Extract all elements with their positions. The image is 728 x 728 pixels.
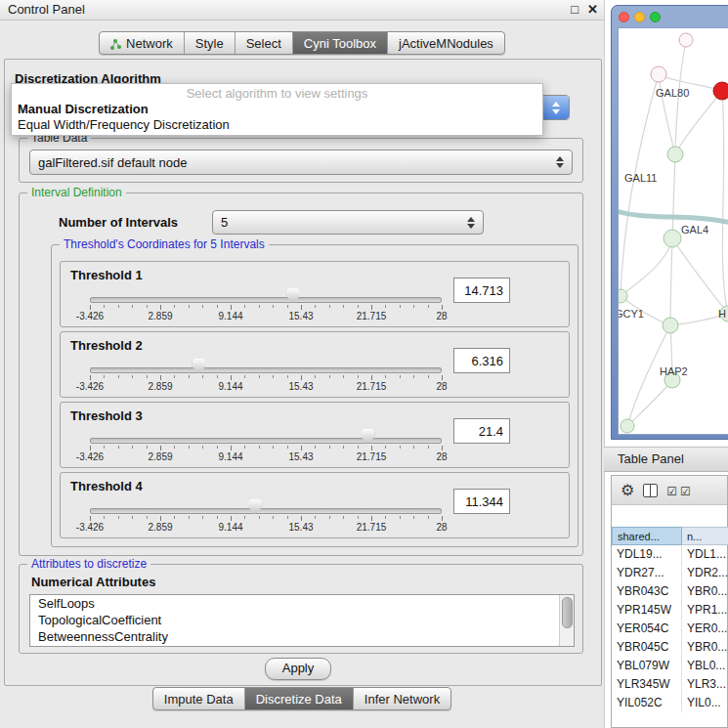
- table-data-group: Table Data galFiltered.sif default node: [19, 138, 583, 183]
- numerical-attributes-list[interactable]: SelfLoops TopologicalCoefficient Between…: [29, 594, 575, 647]
- tab-cyni-toolbox-label: Cyni Toolbox: [304, 36, 376, 51]
- list-item[interactable]: SelfLoops: [30, 595, 574, 612]
- cell[interactable]: YER054C: [612, 620, 682, 638]
- table-row[interactable]: YER054CYER0...: [612, 620, 728, 638]
- node-label: GAL4: [681, 224, 708, 236]
- close-traffic-icon[interactable]: [619, 12, 629, 22]
- interval-definition-group: Interval Definition Number of Intervals …: [19, 193, 583, 556]
- scrollbar-thumb[interactable]: [562, 597, 573, 628]
- table-row[interactable]: YDR27...YDR2...: [612, 564, 728, 582]
- column-header-name[interactable]: n...: [682, 527, 728, 545]
- attributes-group: Attributes to discretize Numerical Attri…: [19, 564, 583, 654]
- threshold-2-slider[interactable]: -3.4262.8599.14415.4321.71528: [80, 358, 451, 393]
- cell[interactable]: YIL0...: [682, 694, 728, 712]
- cell[interactable]: YER0...: [682, 620, 728, 638]
- table-toolbar: [612, 476, 727, 505]
- cell[interactable]: YDR27...: [612, 564, 682, 582]
- columns-icon[interactable]: [643, 484, 658, 497]
- threshold-3-slider[interactable]: -3.4262.8599.14415.4321.71528: [80, 428, 451, 463]
- apply-button[interactable]: Apply: [265, 658, 331, 680]
- list-item[interactable]: BetweennessCentrality: [30, 628, 574, 645]
- threshold-4-value-field[interactable]: 11.344: [453, 489, 510, 514]
- cell[interactable]: YBR0...: [682, 638, 728, 657]
- threshold-3-panel: Threshold 3 -3.4262.8599.14415.4321.7152…: [60, 402, 570, 468]
- tab-network[interactable]: Network: [100, 32, 185, 54]
- cell[interactable]: YLR3...: [682, 675, 728, 694]
- algorithm-option-equal-width[interactable]: Equal Width/Frequency Discretization: [12, 117, 542, 133]
- slider-thumb[interactable]: [361, 429, 374, 444]
- zoom-traffic-icon[interactable]: [650, 12, 661, 22]
- table-row[interactable]: YIL052CYIL0...: [612, 694, 728, 712]
- selected-node[interactable]: [713, 82, 728, 100]
- cell[interactable]: YLR345W: [612, 675, 682, 694]
- slider-thumb[interactable]: [248, 499, 262, 514]
- checkbox-icon[interactable]: [666, 482, 677, 499]
- tab-select-label: Select: [246, 36, 281, 51]
- node[interactable]: [621, 419, 634, 433]
- slider-thumb[interactable]: [286, 288, 300, 303]
- slider-thumb[interactable]: [193, 359, 206, 373]
- gear-icon[interactable]: [621, 481, 634, 499]
- node[interactable]: [663, 318, 678, 333]
- table-row[interactable]: YPR145WYPR1...: [612, 601, 728, 620]
- cell[interactable]: YDL19...: [612, 545, 682, 564]
- node[interactable]: [651, 66, 666, 82]
- tab-cyni-toolbox[interactable]: Cyni Toolbox: [293, 32, 388, 54]
- column-header-shared-name[interactable]: shared...: [612, 527, 682, 545]
- tab-jactivemnodules[interactable]: jActiveMNodules: [388, 32, 504, 54]
- cell[interactable]: YBR0...: [682, 582, 728, 601]
- threshold-4-slider[interactable]: -3.4262.8599.14415.4321.71528: [80, 498, 451, 534]
- slider-scale-labels: -3.4262.8599.14415.4321.71528: [90, 522, 442, 534]
- interval-definition-title: Interval Definition: [27, 186, 126, 199]
- table-row[interactable]: YLR345WYLR3...: [612, 675, 728, 694]
- threshold-3-value-field[interactable]: 21.4: [453, 418, 510, 444]
- network-graph: GAL80 GAL11 GAL4 GCY1 HAP2 H: [619, 28, 728, 434]
- node[interactable]: [664, 230, 681, 247]
- cell[interactable]: YIL052C: [612, 694, 682, 712]
- network-canvas[interactable]: GAL80 GAL11 GAL4 GCY1 HAP2 H: [618, 27, 728, 435]
- algorithm-option-manual[interactable]: Manual Discretization: [12, 102, 542, 117]
- float-window-icon[interactable]: [571, 1, 578, 19]
- table-row[interactable]: YBL079WYBL0...: [612, 657, 728, 675]
- tab-style[interactable]: Style: [185, 32, 236, 54]
- cell[interactable]: YDR2...: [682, 564, 728, 582]
- combo-stepper-icon: [542, 96, 569, 119]
- checkbox-icon[interactable]: [680, 482, 691, 499]
- number-of-intervals-label: Number of Intervals: [59, 215, 178, 230]
- cell[interactable]: YBL0...: [682, 657, 728, 675]
- top-tab-row: Network Style Select Cyni Toolbox jActiv…: [0, 31, 604, 55]
- minimize-traffic-icon[interactable]: [634, 12, 645, 22]
- threshold-1-slider[interactable]: -3.4262.8599.14415.4321.71528: [80, 287, 451, 322]
- table-row[interactable]: YDL19...YDL1...: [612, 545, 728, 564]
- tab-impute-data[interactable]: Impute Data: [153, 688, 245, 709]
- threshold-1-value-field[interactable]: 14.713: [453, 278, 510, 303]
- list-scrollbar[interactable]: [559, 595, 574, 646]
- cell[interactable]: YDL1...: [682, 545, 728, 564]
- cell[interactable]: YBR045C: [612, 638, 682, 657]
- threshold-2-value-field[interactable]: 6.316: [453, 348, 510, 373]
- cell[interactable]: YPR1...: [682, 601, 728, 620]
- tab-discretize-data[interactable]: Discretize Data: [245, 688, 354, 709]
- close-window-icon[interactable]: [587, 1, 598, 19]
- cell[interactable]: YBL079W: [612, 657, 682, 675]
- table-panel-header: Table Panel: [604, 447, 728, 472]
- table-data-select[interactable]: galFiltered.sif default node: [29, 150, 573, 175]
- node[interactable]: [619, 289, 627, 303]
- table-rows: YDL19...YDL1... YDR27...YDR2... YBR043CY…: [612, 545, 728, 712]
- tab-select[interactable]: Select: [236, 32, 293, 54]
- table-row[interactable]: YBR043CYBR0...: [612, 582, 728, 601]
- tab-infer-network[interactable]: Infer Network: [354, 688, 450, 709]
- algorithm-placeholder-option[interactable]: Select algorithm to view settings: [12, 86, 542, 102]
- number-of-intervals-select[interactable]: 5: [212, 210, 484, 235]
- cell[interactable]: YBR043C: [612, 582, 682, 601]
- node[interactable]: [667, 147, 683, 162]
- cell[interactable]: YPR145W: [612, 601, 682, 620]
- attributes-group-title: Attributes to discretize: [27, 557, 150, 571]
- node[interactable]: [679, 33, 693, 47]
- slider-scale-labels: -3.4262.8599.14415.4321.71528: [90, 451, 442, 463]
- numerical-attributes-label: Numerical Attributes: [31, 575, 155, 589]
- table-panel: shared... n... YDL19...YDL1... YDR27...Y…: [611, 475, 728, 728]
- list-item[interactable]: TopologicalCoefficient: [30, 612, 574, 628]
- table-row[interactable]: YBR045CYBR0...: [612, 638, 728, 657]
- window-title: Control Panel: [8, 2, 85, 17]
